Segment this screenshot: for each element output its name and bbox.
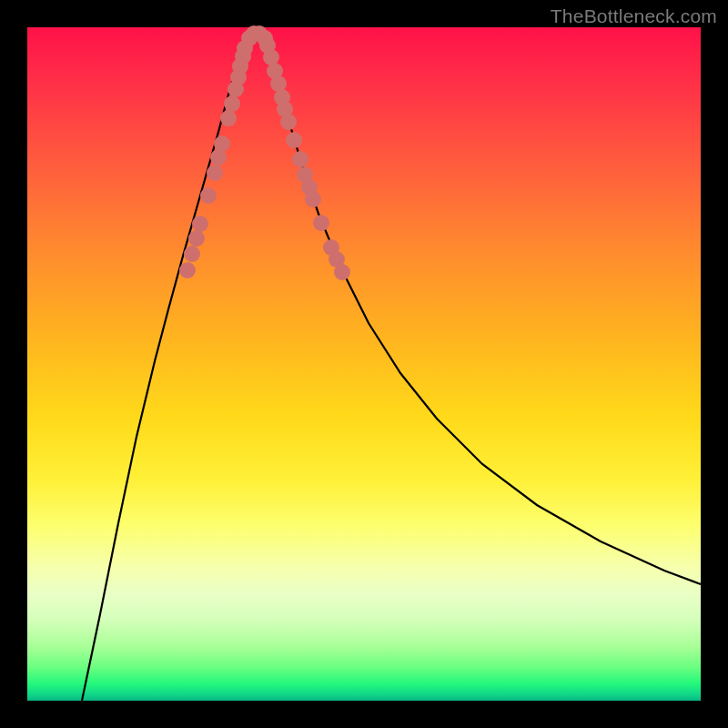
sample-dot [334,264,350,280]
sample-dot [207,165,223,181]
sample-dots [179,25,350,280]
sample-dot [192,216,208,232]
plot-area [27,27,701,701]
sample-dot [188,230,205,247]
chart-frame: TheBottleneck.com [0,0,728,728]
sample-dot [220,110,237,126]
sample-dot [305,191,321,207]
sample-dot [286,132,302,148]
watermark-text: TheBottleneck.com [551,5,717,27]
sample-dot [280,114,297,130]
right-curve [259,34,701,584]
sample-dot [179,262,196,278]
sample-dot [200,187,217,204]
sample-dot [224,96,240,112]
left-curve [82,34,255,701]
sample-dot [184,246,200,262]
sample-dot [214,136,230,152]
sample-dot [292,151,308,167]
curve-layer [27,27,701,701]
sample-dot [313,215,329,231]
